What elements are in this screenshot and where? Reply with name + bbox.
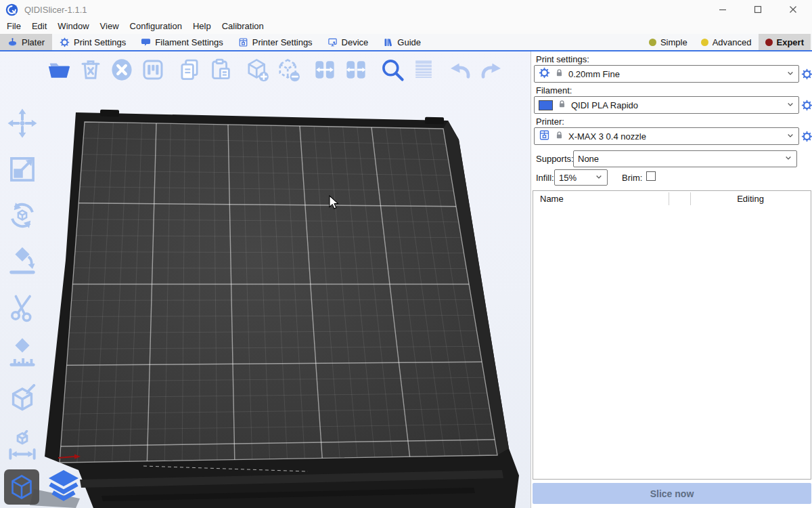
print-settings-value: 0.20mm Fine <box>568 69 781 79</box>
print-settings-label: Print settings: <box>536 54 589 64</box>
chevron-down-icon <box>593 171 604 184</box>
paste-button[interactable] <box>206 56 235 84</box>
gear-icon <box>539 67 550 81</box>
arrange-button[interactable] <box>138 56 168 84</box>
printer-combo[interactable]: X-MAX 3 0.4 nozzle <box>534 127 799 145</box>
mode-dot-icon <box>649 39 656 46</box>
slice-now-button[interactable]: Slice now <box>533 483 811 504</box>
printer-gear-button[interactable] <box>800 130 812 142</box>
tab-plater[interactable]: Plater <box>0 34 52 50</box>
infill-value: 15% <box>559 173 589 183</box>
print-settings-gear-button[interactable] <box>800 68 812 80</box>
tab-printer-settings[interactable]: Printer Settings <box>231 34 320 50</box>
menu-help[interactable]: Help <box>187 19 217 34</box>
print-settings-combo[interactable]: 0.20mm Fine <box>534 65 799 83</box>
rotate-icon <box>7 200 38 231</box>
column-header-editing: Editing <box>690 194 811 204</box>
mode-switch: SimpleAdvancedExpert <box>642 34 812 50</box>
mode-simple[interactable]: Simple <box>642 34 694 50</box>
delete-icon <box>78 57 104 83</box>
delete-all-button[interactable] <box>107 56 137 84</box>
redo-icon <box>478 57 504 83</box>
tab-print-settings[interactable]: Print Settings <box>52 34 133 50</box>
mode-dot-icon <box>765 39 773 46</box>
search-button[interactable] <box>378 56 407 84</box>
app-window: QIDISlicer-1.1.1 FileEditWindowViewConfi… <box>0 0 812 508</box>
move-tool-button[interactable] <box>4 106 41 140</box>
filament-combo[interactable]: QIDI PLA Rapido <box>534 96 799 114</box>
3d-viewport[interactable] <box>0 51 531 508</box>
scale-tool-button[interactable] <box>4 152 41 186</box>
column-header-name: Name <box>540 194 564 204</box>
mode-label: Advanced <box>713 37 752 47</box>
chevron-down-icon <box>593 171 604 182</box>
add-instance-button[interactable] <box>242 56 272 84</box>
undo-button[interactable] <box>445 56 475 84</box>
mode-expert[interactable]: Expert <box>759 34 811 50</box>
delete-button[interactable] <box>76 56 106 84</box>
view-3d-button[interactable] <box>4 469 39 507</box>
minimize-button[interactable] <box>713 2 732 17</box>
menu-file[interactable]: File <box>1 19 26 34</box>
move-icon <box>7 108 38 139</box>
close-icon <box>789 5 797 14</box>
view-preview-button[interactable] <box>42 467 85 507</box>
chevron-down-icon <box>785 68 796 79</box>
menu-view[interactable]: View <box>95 19 125 34</box>
lock-icon <box>554 130 564 140</box>
seam-tool-button[interactable] <box>4 382 41 417</box>
menu-edit[interactable]: Edit <box>26 19 52 34</box>
add-instance-icon <box>244 57 270 83</box>
paint-supports-tool-button[interactable] <box>4 336 41 371</box>
tab-label: Guide <box>397 37 421 47</box>
menu-configuration[interactable]: Configuration <box>125 19 187 34</box>
split-objects-button[interactable] <box>310 56 340 84</box>
brim-checkbox[interactable] <box>646 171 656 181</box>
place-on-face-tool-button[interactable] <box>4 244 41 278</box>
cut-tool-button[interactable] <box>4 290 41 324</box>
tab-filament-settings[interactable]: Filament Settings <box>133 34 230 50</box>
menu-bar: FileEditWindowViewConfigurationHelpCalib… <box>0 19 812 34</box>
open-folder-button[interactable] <box>45 56 74 84</box>
remove-instance-button[interactable] <box>273 56 303 84</box>
copy-button[interactable] <box>175 56 204 84</box>
mode-label: Simple <box>660 37 687 47</box>
rotate-tool-button[interactable] <box>4 198 41 232</box>
close-button[interactable] <box>784 2 803 17</box>
object-list[interactable]: Name Editing <box>533 190 811 480</box>
remove-instance-icon <box>275 57 301 83</box>
object-list-header: Name Editing <box>533 191 811 207</box>
filament-gear-button[interactable] <box>800 99 812 111</box>
place-on-face-icon <box>7 246 38 277</box>
settings-panel: Print settings: 0.20mm Fine Filament: QI… <box>531 51 812 508</box>
supports-combo[interactable]: None <box>573 150 797 167</box>
view-toggles <box>4 467 85 507</box>
redo-button[interactable] <box>476 56 506 84</box>
split-parts-button[interactable] <box>341 56 371 84</box>
printer-icon <box>539 129 550 143</box>
tab-label: Device <box>342 37 369 47</box>
tab-label: Filament Settings <box>155 37 223 47</box>
mode-advanced[interactable]: Advanced <box>694 34 759 50</box>
tab-label: Printer Settings <box>252 37 313 47</box>
printer-icon <box>238 37 248 47</box>
maximize-button[interactable] <box>748 2 767 17</box>
chevron-down-icon <box>785 99 796 110</box>
tab-guide[interactable]: Guide <box>376 34 428 50</box>
tab-device[interactable]: Device <box>320 34 376 50</box>
gear-icon <box>801 131 812 142</box>
measure-tool-button[interactable] <box>4 428 41 463</box>
tab-bar: PlaterPrint SettingsFilament SettingsPri… <box>0 34 812 51</box>
chevron-down-icon <box>785 68 796 81</box>
infill-combo[interactable]: 15% <box>554 169 608 186</box>
seam-icon <box>7 384 38 415</box>
left-toolbar <box>4 106 41 463</box>
split-objects-icon <box>312 57 338 83</box>
lock-icon <box>557 99 567 109</box>
menu-window[interactable]: Window <box>52 19 94 34</box>
arrange-icon <box>140 57 166 83</box>
variable-layer-height-button[interactable] <box>409 56 438 84</box>
print-bed <box>0 51 531 508</box>
tab-label: Plater <box>22 37 45 47</box>
menu-calibration[interactable]: Calibration <box>217 19 269 34</box>
